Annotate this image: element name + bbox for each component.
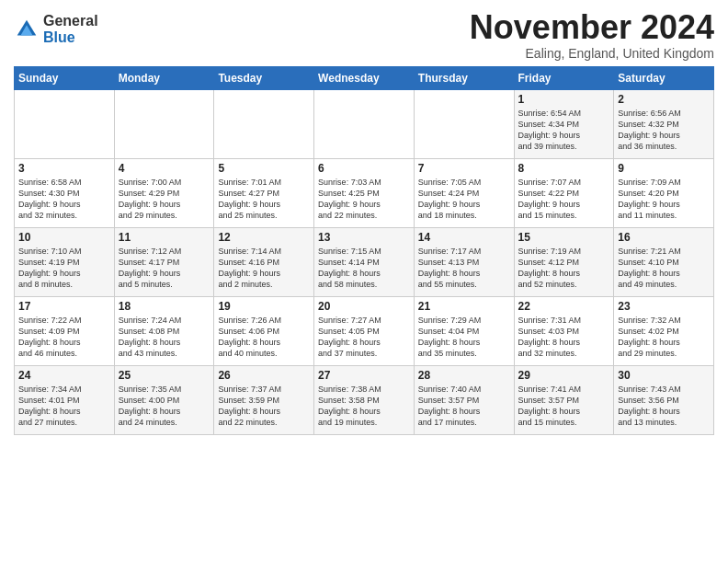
- day-number: 14: [418, 231, 510, 244]
- day-number: 22: [518, 300, 610, 313]
- day-info: Sunrise: 7:38 AM Sunset: 3:58 PM Dayligh…: [318, 384, 410, 429]
- calendar-cell: 1Sunrise: 6:54 AM Sunset: 4:34 PM Daylig…: [514, 89, 614, 158]
- col-saturday: Saturday: [614, 66, 714, 89]
- logo-icon: [14, 17, 40, 42]
- calendar-cell: 28Sunrise: 7:40 AM Sunset: 3:57 PM Dayli…: [414, 365, 514, 434]
- col-tuesday: Tuesday: [214, 66, 314, 89]
- day-info: Sunrise: 7:05 AM Sunset: 4:24 PM Dayligh…: [418, 177, 510, 222]
- day-number: 7: [418, 162, 510, 175]
- day-info: Sunrise: 7:00 AM Sunset: 4:29 PM Dayligh…: [119, 177, 210, 222]
- calendar-cell: 18Sunrise: 7:24 AM Sunset: 4:08 PM Dayli…: [114, 296, 214, 365]
- calendar-cell: 23Sunrise: 7:32 AM Sunset: 4:02 PM Dayli…: [614, 296, 714, 365]
- day-number: 10: [18, 231, 110, 244]
- calendar-cell: 14Sunrise: 7:17 AM Sunset: 4:13 PM Dayli…: [414, 227, 514, 296]
- col-thursday: Thursday: [414, 66, 514, 89]
- calendar-cell: 7Sunrise: 7:05 AM Sunset: 4:24 PM Daylig…: [414, 158, 514, 227]
- calendar-cell: 19Sunrise: 7:26 AM Sunset: 4:06 PM Dayli…: [214, 296, 314, 365]
- calendar-cell: 3Sunrise: 6:58 AM Sunset: 4:30 PM Daylig…: [15, 158, 115, 227]
- calendar-week-5: 24Sunrise: 7:34 AM Sunset: 4:01 PM Dayli…: [15, 365, 714, 434]
- calendar-cell: 16Sunrise: 7:21 AM Sunset: 4:10 PM Dayli…: [614, 227, 714, 296]
- calendar-week-4: 17Sunrise: 7:22 AM Sunset: 4:09 PM Dayli…: [15, 296, 714, 365]
- day-info: Sunrise: 7:15 AM Sunset: 4:14 PM Dayligh…: [318, 246, 410, 291]
- day-number: 8: [518, 162, 610, 175]
- calendar-cell: [414, 89, 514, 158]
- day-number: 13: [318, 231, 410, 244]
- calendar-cell: 25Sunrise: 7:35 AM Sunset: 4:00 PM Dayli…: [114, 365, 214, 434]
- title-section: November 2024 Ealing, England, United Ki…: [470, 9, 714, 61]
- day-info: Sunrise: 6:58 AM Sunset: 4:30 PM Dayligh…: [18, 177, 110, 222]
- day-info: Sunrise: 7:26 AM Sunset: 4:06 PM Dayligh…: [218, 315, 310, 360]
- day-info: Sunrise: 7:07 AM Sunset: 4:22 PM Dayligh…: [518, 177, 610, 222]
- calendar-cell: 20Sunrise: 7:27 AM Sunset: 4:05 PM Dayli…: [314, 296, 415, 365]
- logo-text: General Blue: [43, 13, 98, 45]
- day-info: Sunrise: 7:22 AM Sunset: 4:09 PM Dayligh…: [18, 315, 110, 360]
- day-number: 3: [18, 162, 110, 175]
- calendar-cell: 13Sunrise: 7:15 AM Sunset: 4:14 PM Dayli…: [314, 227, 415, 296]
- day-info: Sunrise: 7:12 AM Sunset: 4:17 PM Dayligh…: [119, 246, 210, 291]
- calendar-cell: 4Sunrise: 7:00 AM Sunset: 4:29 PM Daylig…: [114, 158, 214, 227]
- day-number: 26: [218, 369, 310, 382]
- logo: General Blue: [14, 13, 98, 45]
- calendar-cell: 21Sunrise: 7:29 AM Sunset: 4:04 PM Dayli…: [414, 296, 514, 365]
- calendar-week-3: 10Sunrise: 7:10 AM Sunset: 4:19 PM Dayli…: [15, 227, 714, 296]
- calendar-cell: 22Sunrise: 7:31 AM Sunset: 4:03 PM Dayli…: [514, 296, 614, 365]
- day-number: 20: [318, 300, 410, 313]
- calendar-cell: [114, 89, 214, 158]
- day-number: 6: [318, 162, 410, 175]
- calendar-cell: 26Sunrise: 7:37 AM Sunset: 3:59 PM Dayli…: [214, 365, 314, 434]
- calendar-cell: 9Sunrise: 7:09 AM Sunset: 4:20 PM Daylig…: [614, 158, 714, 227]
- calendar-cell: 17Sunrise: 7:22 AM Sunset: 4:09 PM Dayli…: [15, 296, 115, 365]
- day-info: Sunrise: 7:31 AM Sunset: 4:03 PM Dayligh…: [518, 315, 610, 360]
- col-monday: Monday: [114, 66, 214, 89]
- day-info: Sunrise: 7:37 AM Sunset: 3:59 PM Dayligh…: [218, 384, 310, 429]
- day-number: 1: [518, 93, 610, 106]
- day-number: 23: [618, 300, 710, 313]
- day-number: 17: [18, 300, 110, 313]
- day-info: Sunrise: 7:34 AM Sunset: 4:01 PM Dayligh…: [18, 384, 110, 429]
- calendar-cell: 12Sunrise: 7:14 AM Sunset: 4:16 PM Dayli…: [214, 227, 314, 296]
- day-info: Sunrise: 7:14 AM Sunset: 4:16 PM Dayligh…: [218, 246, 310, 291]
- calendar-cell: 24Sunrise: 7:34 AM Sunset: 4:01 PM Dayli…: [15, 365, 115, 434]
- day-info: Sunrise: 7:29 AM Sunset: 4:04 PM Dayligh…: [418, 315, 510, 360]
- day-number: 16: [618, 231, 710, 244]
- day-number: 28: [418, 369, 510, 382]
- calendar-cell: [15, 89, 115, 158]
- day-info: Sunrise: 7:27 AM Sunset: 4:05 PM Dayligh…: [318, 315, 410, 360]
- calendar-cell: 5Sunrise: 7:01 AM Sunset: 4:27 PM Daylig…: [214, 158, 314, 227]
- calendar-table: Sunday Monday Tuesday Wednesday Thursday…: [14, 66, 714, 435]
- day-info: Sunrise: 7:32 AM Sunset: 4:02 PM Dayligh…: [618, 315, 710, 360]
- day-info: Sunrise: 7:21 AM Sunset: 4:10 PM Dayligh…: [618, 246, 710, 291]
- day-info: Sunrise: 6:56 AM Sunset: 4:32 PM Dayligh…: [618, 108, 710, 153]
- day-info: Sunrise: 6:54 AM Sunset: 4:34 PM Dayligh…: [518, 108, 610, 153]
- day-info: Sunrise: 7:10 AM Sunset: 4:19 PM Dayligh…: [18, 246, 110, 291]
- day-info: Sunrise: 7:41 AM Sunset: 3:57 PM Dayligh…: [518, 384, 610, 429]
- calendar-cell: 30Sunrise: 7:43 AM Sunset: 3:56 PM Dayli…: [614, 365, 714, 434]
- logo-blue-text: Blue: [43, 29, 98, 46]
- col-friday: Friday: [514, 66, 614, 89]
- logo-general-text: General: [43, 13, 98, 29]
- calendar-cell: [214, 89, 314, 158]
- calendar-cell: 2Sunrise: 6:56 AM Sunset: 4:32 PM Daylig…: [614, 89, 714, 158]
- day-info: Sunrise: 7:40 AM Sunset: 3:57 PM Dayligh…: [418, 384, 510, 429]
- calendar-cell: 11Sunrise: 7:12 AM Sunset: 4:17 PM Dayli…: [114, 227, 214, 296]
- location: Ealing, England, United Kingdom: [470, 46, 714, 61]
- col-wednesday: Wednesday: [314, 66, 415, 89]
- day-info: Sunrise: 7:03 AM Sunset: 4:25 PM Dayligh…: [318, 177, 410, 222]
- day-number: 27: [318, 369, 410, 382]
- month-title: November 2024: [470, 9, 714, 46]
- calendar-cell: 8Sunrise: 7:07 AM Sunset: 4:22 PM Daylig…: [514, 158, 614, 227]
- calendar-cell: [314, 89, 415, 158]
- day-number: 19: [218, 300, 310, 313]
- calendar-week-1: 1Sunrise: 6:54 AM Sunset: 4:34 PM Daylig…: [15, 89, 714, 158]
- calendar-cell: 6Sunrise: 7:03 AM Sunset: 4:25 PM Daylig…: [314, 158, 415, 227]
- day-info: Sunrise: 7:43 AM Sunset: 3:56 PM Dayligh…: [618, 384, 710, 429]
- day-number: 24: [18, 369, 110, 382]
- day-number: 29: [518, 369, 610, 382]
- day-info: Sunrise: 7:01 AM Sunset: 4:27 PM Dayligh…: [218, 177, 310, 222]
- day-number: 4: [119, 162, 210, 175]
- page-container: General Blue November 2024 Ealing, Engla…: [0, 0, 728, 444]
- day-number: 30: [618, 369, 710, 382]
- calendar-cell: 29Sunrise: 7:41 AM Sunset: 3:57 PM Dayli…: [514, 365, 614, 434]
- calendar-cell: 10Sunrise: 7:10 AM Sunset: 4:19 PM Dayli…: [15, 227, 115, 296]
- day-info: Sunrise: 7:09 AM Sunset: 4:20 PM Dayligh…: [618, 177, 710, 222]
